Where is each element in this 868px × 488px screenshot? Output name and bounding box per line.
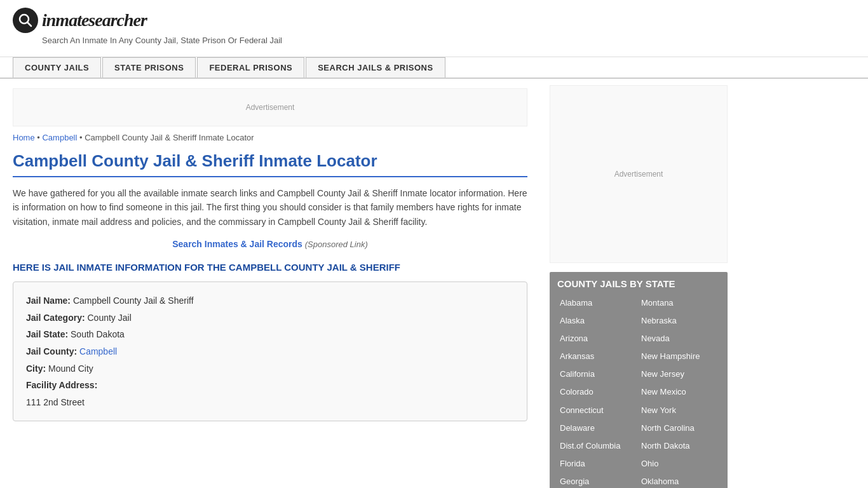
header: inmatesearcher Search An Inmate In Any C… bbox=[0, 0, 868, 57]
state-columns: AlabamaAlaskaArizonaArkansasCaliforniaCo… bbox=[557, 294, 720, 488]
state-prisons-nav-button[interactable]: STATE PRISONS bbox=[102, 57, 196, 78]
search-jails-nav-button[interactable]: SEARCH JAILS & PRISONS bbox=[306, 57, 445, 78]
jail-address-row: Facility Address: 111 2nd Street bbox=[26, 377, 514, 410]
state-link[interactable]: Colorado bbox=[557, 383, 639, 401]
state-link[interactable]: California bbox=[557, 365, 639, 383]
federal-prisons-nav-button[interactable]: FEDERAL PRISONS bbox=[197, 57, 304, 78]
sidebar: Advertisement COUNTY JAILS BY STATE Alab… bbox=[540, 79, 737, 488]
state-link[interactable]: North Dakota bbox=[639, 437, 720, 455]
logo-text: inmatesearcher bbox=[42, 10, 147, 30]
state-link[interactable]: New Mexico bbox=[639, 383, 720, 401]
county-jails-nav-button[interactable]: COUNTY JAILS bbox=[13, 57, 101, 78]
state-col-right: MontanaNebraskaNevadaNew HampshireNew Je… bbox=[639, 294, 720, 488]
search-inmates-link[interactable]: Search Inmates & Jail Records bbox=[172, 239, 302, 249]
state-link[interactable]: Dist.of Columbia bbox=[557, 437, 639, 455]
breadcrumb-current: Campbell County Jail & Sheriff Inmate Lo… bbox=[85, 133, 254, 142]
state-link[interactable]: Alabama bbox=[557, 294, 639, 312]
content-wrapper: Advertisement Home • Campbell • Campbell… bbox=[0, 79, 868, 488]
jail-county-row: Jail County: Campbell bbox=[26, 343, 514, 360]
top-ad-banner: Advertisement bbox=[13, 88, 527, 126]
svg-line-1 bbox=[27, 22, 31, 26]
breadcrumb-campbell-link[interactable]: Campbell bbox=[42, 133, 77, 142]
state-link[interactable]: Florida bbox=[557, 455, 639, 473]
state-link[interactable]: Ohio bbox=[639, 455, 720, 473]
state-link[interactable]: Alaska bbox=[557, 312, 639, 330]
state-link[interactable]: Delaware bbox=[557, 419, 639, 437]
state-link[interactable]: Nevada bbox=[639, 330, 720, 348]
state-link[interactable]: Oklahoma bbox=[639, 473, 720, 488]
state-link[interactable]: New York bbox=[639, 402, 720, 419]
info-box: Jail Name: Campbell County Jail & Sherif… bbox=[13, 281, 527, 421]
jail-state-row: Jail State: South Dakota bbox=[26, 326, 514, 343]
jail-info-header: HERE IS JAIL INMATE INFORMATION FOR THE … bbox=[13, 262, 527, 273]
jail-address-label: Facility Address: bbox=[26, 380, 97, 390]
jail-name-label: Jail Name: bbox=[26, 295, 71, 306]
sidebar-ad-banner: Advertisement bbox=[550, 85, 728, 263]
state-link[interactable]: New Hampshire bbox=[639, 348, 720, 365]
state-link[interactable]: Connecticut bbox=[557, 402, 639, 419]
jail-address-value: 111 2nd Street bbox=[26, 397, 85, 407]
state-link[interactable]: Montana bbox=[639, 294, 720, 312]
jail-category-row: Jail Category: County Jail bbox=[26, 309, 514, 327]
breadcrumb: Home • Campbell • Campbell County Jail &… bbox=[13, 133, 527, 142]
state-col-left: AlabamaAlaskaArizonaArkansasCaliforniaCo… bbox=[557, 294, 639, 488]
state-link[interactable]: North Carolina bbox=[639, 419, 720, 437]
logo-icon bbox=[13, 8, 38, 33]
breadcrumb-home-link[interactable]: Home bbox=[13, 133, 35, 142]
jail-county-label: Jail County: bbox=[26, 346, 77, 356]
page-title: Campbell County Jail & Sheriff Inmate Lo… bbox=[13, 151, 527, 177]
jail-city-label: City: bbox=[26, 363, 46, 374]
state-link[interactable]: New Jersey bbox=[639, 365, 720, 383]
nav-bar: COUNTY JAILS STATE PRISONS FEDERAL PRISO… bbox=[0, 57, 868, 79]
logo-area: inmatesearcher bbox=[13, 8, 855, 33]
jail-county-link[interactable]: Campbell bbox=[79, 346, 117, 356]
state-link[interactable]: Arizona bbox=[557, 330, 639, 348]
state-link[interactable]: Georgia bbox=[557, 473, 639, 488]
sponsored-label: (Sponsored Link) bbox=[305, 240, 368, 249]
jail-category-label: Jail Category: bbox=[26, 313, 85, 323]
state-link[interactable]: Arkansas bbox=[557, 348, 639, 365]
county-jails-by-state-box: COUNTY JAILS BY STATE AlabamaAlaskaArizo… bbox=[550, 272, 728, 488]
jail-city-row: City: Mound City bbox=[26, 360, 514, 377]
main-content: Advertisement Home • Campbell • Campbell… bbox=[0, 79, 540, 488]
state-link[interactable]: Nebraska bbox=[639, 312, 720, 330]
tagline: Search An Inmate In Any County Jail, Sta… bbox=[42, 36, 855, 45]
jail-name-row: Jail Name: Campbell County Jail & Sherif… bbox=[26, 292, 514, 309]
page-description: We have gathered for you all the availab… bbox=[13, 186, 527, 229]
county-jails-by-state-title: COUNTY JAILS BY STATE bbox=[557, 278, 720, 289]
jail-state-label: Jail State: bbox=[26, 329, 68, 339]
search-link-section: Search Inmates & Jail Records (Sponsored… bbox=[13, 239, 527, 249]
